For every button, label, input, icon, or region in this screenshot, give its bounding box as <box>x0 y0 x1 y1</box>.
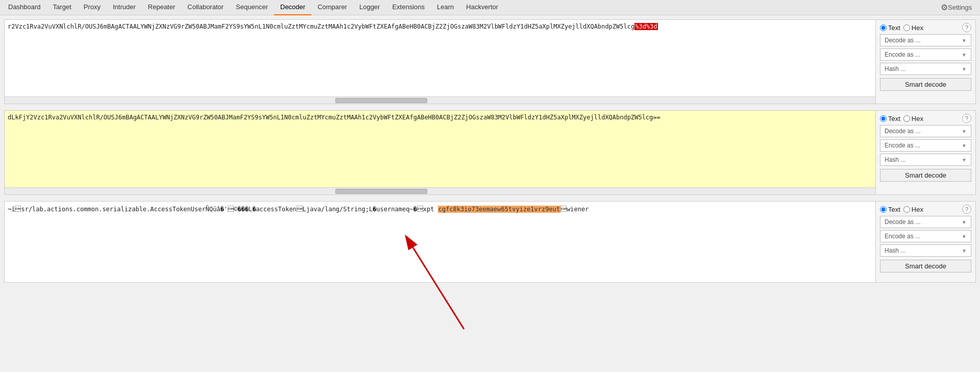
panel2-hash-dropdown[interactable]: Hash ... ▼ <box>880 154 971 166</box>
panel2-scroll-thumb[interactable] <box>335 189 427 194</box>
decoder-panel-3: ¬ísr/lab.actions.common.serializable.Ac… <box>4 201 976 283</box>
panel1-decode-dropdown[interactable]: Decode as ... ▼ <box>880 34 971 46</box>
panel2-controls: Text Hex ? Decode as ... ▼ Encode as ...… <box>876 111 975 194</box>
panel2-hex-radio-label[interactable]: Hex <box>903 115 923 122</box>
panel1-controls: Text Hex ? Decode as ... ▼ Encode as ...… <box>876 20 975 104</box>
panel3-highlight-orange: cgfc8k3io73eemaew65tvyize1vrz9eut <box>438 206 560 213</box>
navbar: Dashboard Target Proxy Intruder Repeater… <box>0 0 980 15</box>
panel3-hash-dropdown[interactable]: Hash ... ▼ <box>880 244 971 257</box>
panel3-content: ¬ísr/lab.actions.common.serializable.Ac… <box>5 202 876 282</box>
panel2-text-label: Text <box>888 115 900 122</box>
panel3-hex-radio[interactable] <box>903 206 910 213</box>
panel3-text-after: wiener <box>560 206 589 213</box>
panel1-content: r2Vzc1Rva2VuVXNlchlR/OUSJ6mBAgACTAALYWNj… <box>5 20 876 104</box>
panel1-hex-radio-label[interactable]: Hex <box>903 24 923 32</box>
panel2-text[interactable]: dLkFjY2Vzc1Rva2VuVXNlchlR/OUSJ6mBAgACTAA… <box>5 111 875 187</box>
panel2-encode-label: Encode as ... <box>885 142 920 149</box>
nav-item-learn[interactable]: Learn <box>431 0 460 15</box>
panel3-text-label: Text <box>888 206 900 213</box>
panel1-smart-decode-button[interactable]: Smart decode <box>880 78 971 91</box>
gear-icon: ⚙ <box>941 3 948 12</box>
panel1-hex-radio[interactable] <box>903 24 910 31</box>
nav-item-comparer[interactable]: Comparer <box>311 0 353 15</box>
nav-item-collaborator[interactable]: Collaborator <box>181 0 230 15</box>
panel2-hex-label: Hex <box>912 115 923 122</box>
panel3-hex-label: Hex <box>912 206 923 213</box>
panel1-help-button[interactable]: ? <box>962 23 971 32</box>
panel1-radio-group: Text Hex ? <box>880 23 971 32</box>
panel2-content: dLkFjY2Vzc1Rva2VuVXNlchlR/OUSJ6mBAgACTAA… <box>5 111 876 194</box>
panel2-hash-label: Hash ... <box>885 156 905 163</box>
panel3-text-radio[interactable] <box>880 206 887 213</box>
panel3-hash-label: Hash ... <box>885 247 905 254</box>
panel1-scrollbar[interactable] <box>5 96 875 104</box>
panel2-text-radio[interactable] <box>880 115 887 122</box>
panel3-radio-group: Text Hex ? <box>880 205 971 214</box>
panel3-text[interactable]: ¬ísr/lab.actions.common.serializable.Ac… <box>5 202 875 273</box>
panel1-text-before: r2Vzc1Rva2VuVXNlchlR/OUSJ6mBAgACTAALYWNj… <box>8 23 634 30</box>
decoder-panel-1: r2Vzc1Rva2VuVXNlchlR/OUSJ6mBAgACTAALYWNj… <box>4 19 976 104</box>
chevron-down-icon: ▼ <box>962 66 967 72</box>
panel2-text-content: dLkFjY2Vzc1Rva2VuVXNlchlR/OUSJ6mBAgACTAA… <box>8 114 660 121</box>
panel3-decode-label: Decode as ... <box>885 218 921 226</box>
nav-item-decoder[interactable]: Decoder <box>274 0 311 15</box>
panel1-decode-label: Decode as ... <box>885 37 921 44</box>
panel2-smart-decode-button[interactable]: Smart decode <box>880 169 971 182</box>
settings-label: Settings <box>948 4 972 11</box>
nav-item-proxy[interactable]: Proxy <box>78 0 107 15</box>
panel1-text-radio[interactable] <box>880 24 887 31</box>
panel1-encode-dropdown[interactable]: Encode as ... ▼ <box>880 48 971 61</box>
panel2-hex-radio[interactable] <box>903 115 910 122</box>
nav-item-sequencer[interactable]: Sequencer <box>230 0 274 15</box>
panel1-hex-label: Hex <box>912 24 923 32</box>
chevron-down-icon: ▼ <box>962 129 967 134</box>
chevron-down-icon: ▼ <box>962 219 967 225</box>
chevron-down-icon: ▼ <box>962 52 967 58</box>
panel2-text-radio-label[interactable]: Text <box>880 115 900 122</box>
panel2-radio-group: Text Hex ? <box>880 114 971 123</box>
nav-item-target[interactable]: Target <box>47 0 78 15</box>
panel3-hex-radio-label[interactable]: Hex <box>903 206 923 213</box>
panel3-help-button[interactable]: ? <box>962 205 971 214</box>
panel1-hash-label: Hash ... <box>885 65 905 72</box>
panel1-encode-label: Encode as ... <box>885 51 920 58</box>
panel3-text-before: ¬ísr/lab.actions.common.serializable.Ac… <box>8 206 438 213</box>
panel3-controls: Text Hex ? Decode as ... ▼ Encode as ...… <box>876 202 975 282</box>
settings-button[interactable]: ⚙ Settings <box>935 1 978 14</box>
panel1-scroll-thumb[interactable] <box>335 98 427 103</box>
nav-item-repeater[interactable]: Repeater <box>142 0 181 15</box>
panel3-encode-dropdown[interactable]: Encode as ... ▼ <box>880 230 971 242</box>
panel1-text-radio-label[interactable]: Text <box>880 24 900 32</box>
panel3-smart-decode-button[interactable]: Smart decode <box>880 260 971 272</box>
panel3-text-radio-label[interactable]: Text <box>880 206 900 213</box>
decoder-panel-2: dLkFjY2Vzc1Rva2VuVXNlchlR/OUSJ6mBAgACTAA… <box>4 110 976 195</box>
chevron-down-icon: ▼ <box>962 38 967 43</box>
nav-item-dashboard[interactable]: Dashboard <box>2 0 47 15</box>
chevron-down-icon: ▼ <box>962 143 967 148</box>
panel3-encode-label: Encode as ... <box>885 233 920 240</box>
nav-item-intruder[interactable]: Intruder <box>107 0 142 15</box>
nav-item-logger[interactable]: Logger <box>353 0 386 15</box>
panel1-highlight-red: %3d%3d <box>634 23 657 30</box>
nav-item-extensions[interactable]: Extensions <box>386 0 431 15</box>
chevron-down-icon: ▼ <box>962 248 967 254</box>
panel2-encode-dropdown[interactable]: Encode as ... ▼ <box>880 139 971 152</box>
panel3-decode-dropdown[interactable]: Decode as ... ▼ <box>880 216 971 228</box>
panel2-decode-label: Decode as ... <box>885 128 921 135</box>
panel2-scrollbar[interactable] <box>5 187 875 194</box>
main-content: r2Vzc1Rva2VuVXNlchlR/OUSJ6mBAgACTAALYWNj… <box>0 15 980 290</box>
chevron-down-icon: ▼ <box>962 234 967 239</box>
panel2-decode-dropdown[interactable]: Decode as ... ▼ <box>880 125 971 137</box>
panel1-text-label: Text <box>888 24 900 32</box>
panel2-help-button[interactable]: ? <box>962 114 971 123</box>
chevron-down-icon: ▼ <box>962 157 967 163</box>
panel1-text[interactable]: r2Vzc1Rva2VuVXNlchlR/OUSJ6mBAgACTAALYWNj… <box>5 20 875 96</box>
nav-item-hackvertor[interactable]: Hackvertor <box>460 0 504 15</box>
panel1-hash-dropdown[interactable]: Hash ... ▼ <box>880 63 971 75</box>
